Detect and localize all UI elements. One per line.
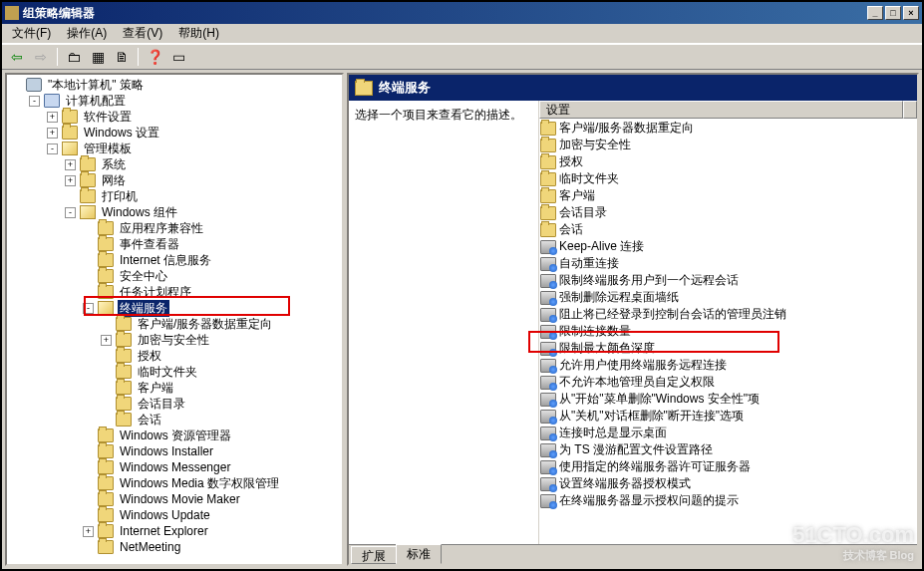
list-item[interactable]: 限制最大颜色深度 bbox=[540, 340, 916, 357]
list-item-label: 阻止将已经登录到控制台会话的管理员注销 bbox=[559, 306, 786, 323]
tree-item[interactable]: +加密与安全性 bbox=[101, 332, 340, 348]
settings-list[interactable]: 客户端/服务器数据重定向加密与安全性授权临时文件夹客户端会话目录会话Keep-A… bbox=[539, 119, 917, 544]
list-item[interactable]: 限制终端服务用户到一个远程会话 bbox=[540, 272, 916, 289]
tree-item[interactable]: Windows Installer bbox=[83, 443, 340, 459]
folder-icon bbox=[80, 173, 96, 187]
list-item[interactable]: 强制删除远程桌面墙纸 bbox=[540, 289, 916, 306]
root-icon bbox=[26, 78, 42, 92]
folder-icon bbox=[540, 155, 556, 169]
list-item-label: 自动重连接 bbox=[559, 255, 619, 272]
list-item[interactable]: 在终端服务器显示授权问题的提示 bbox=[540, 492, 916, 509]
tree-item[interactable]: Windows Movie Maker bbox=[83, 491, 340, 507]
tree-windows-settings[interactable]: +Windows 设置 bbox=[47, 125, 340, 141]
list-item[interactable]: 会话目录 bbox=[540, 204, 916, 221]
tree-item[interactable]: 任务计划程序 bbox=[83, 284, 340, 300]
list-item[interactable]: 自动重连接 bbox=[540, 255, 916, 272]
maximize-button[interactable]: □ bbox=[885, 6, 901, 20]
collapse-icon[interactable]: - bbox=[29, 96, 40, 107]
list-item[interactable]: 不允许本地管理员自定义权限 bbox=[540, 374, 916, 391]
expand-icon[interactable]: + bbox=[83, 526, 94, 537]
tree-root[interactable]: "本地计算机" 策略 bbox=[11, 77, 340, 93]
tree-item[interactable]: 事件查看器 bbox=[83, 236, 340, 252]
folder-icon bbox=[116, 333, 132, 347]
up-button[interactable]: 🗀 bbox=[63, 46, 85, 68]
tree-item[interactable]: 会话 bbox=[101, 412, 340, 428]
details-body: 选择一个项目来查看它的描述。 设置 客户端/服务器数据重定向加密与安全性授权临时… bbox=[349, 101, 917, 544]
tree-item[interactable]: +Internet Explorer bbox=[83, 523, 340, 539]
tree-system[interactable]: +系统 bbox=[65, 156, 340, 172]
list-item[interactable]: 从"关机"对话框删除"断开连接"选项 bbox=[540, 408, 916, 425]
list-item[interactable]: 限制连接数量 bbox=[540, 323, 916, 340]
list-item[interactable]: 允许用户使用终端服务远程连接 bbox=[540, 357, 916, 374]
tree-item[interactable]: 授权 bbox=[101, 348, 340, 364]
nav-forward-button[interactable]: ⇨ bbox=[30, 46, 52, 68]
folder-icon bbox=[98, 540, 114, 554]
close-button[interactable]: × bbox=[903, 6, 919, 20]
tree-computer-config[interactable]: -计算机配置 bbox=[29, 93, 340, 109]
show-hide-tree-button[interactable]: ▦ bbox=[87, 46, 109, 68]
tree-item[interactable]: 会话目录 bbox=[101, 396, 340, 412]
tree-printers[interactable]: 打印机 bbox=[65, 188, 340, 204]
tree-item[interactable]: 临时文件夹 bbox=[101, 364, 340, 380]
column-header-setting[interactable]: 设置 bbox=[539, 101, 903, 119]
tree-item[interactable]: Windows Update bbox=[83, 507, 340, 523]
menu-help[interactable]: 帮助(H) bbox=[170, 23, 227, 44]
list-item-label: 临时文件夹 bbox=[559, 170, 619, 187]
help-button[interactable]: ❓ bbox=[144, 46, 165, 68]
list-item-label: 客户端 bbox=[559, 187, 595, 204]
expand-icon[interactable]: + bbox=[65, 159, 76, 170]
tab-standard[interactable]: 标准 bbox=[396, 544, 442, 564]
menu-file[interactable]: 文件(F) bbox=[4, 23, 59, 44]
tree-admin-templates[interactable]: -管理模板 bbox=[47, 141, 340, 156]
tree-item[interactable]: 应用程序兼容性 bbox=[83, 220, 340, 236]
tree-item[interactable]: 客户端/服务器数据重定向 bbox=[101, 316, 340, 332]
expand-icon[interactable]: + bbox=[47, 112, 58, 123]
tree-item[interactable]: 安全中心 bbox=[83, 268, 340, 284]
list-item[interactable]: 会话 bbox=[540, 221, 916, 238]
list-item[interactable]: 使用指定的终端服务器许可证服务器 bbox=[540, 458, 916, 475]
policy-tree: "本地计算机" 策略 -计算机配置 +软件设置 +Windows 设置 -管理模… bbox=[9, 77, 340, 555]
list-item[interactable]: 授权 bbox=[540, 153, 916, 170]
list-item-label: 授权 bbox=[559, 153, 583, 170]
list-item[interactable]: 临时文件夹 bbox=[540, 170, 916, 187]
tree-network[interactable]: +网络 bbox=[65, 172, 340, 188]
collapse-icon[interactable]: - bbox=[47, 143, 58, 154]
expand-icon[interactable]: + bbox=[101, 335, 112, 346]
list-item[interactable]: 客户端/服务器数据重定向 bbox=[540, 120, 916, 137]
list-item[interactable]: Keep-Alive 连接 bbox=[540, 238, 916, 255]
list-item[interactable]: 加密与安全性 bbox=[540, 137, 916, 153]
list-item[interactable]: 连接时总是显示桌面 bbox=[540, 425, 916, 441]
properties-button[interactable]: ▭ bbox=[167, 46, 189, 68]
minimize-button[interactable]: _ bbox=[867, 6, 883, 20]
tree-item[interactable]: Windows Messenger bbox=[83, 459, 340, 475]
export-button[interactable]: 🗎 bbox=[111, 46, 133, 68]
list-item-label: 在终端服务器显示授权问题的提示 bbox=[559, 492, 739, 509]
collapse-icon[interactable]: - bbox=[65, 207, 76, 218]
collapse-icon[interactable]: - bbox=[83, 303, 94, 314]
policy-setting-icon bbox=[540, 325, 556, 339]
tree-item[interactable]: Windows 资源管理器 bbox=[83, 428, 340, 443]
list-item[interactable]: 客户端 bbox=[540, 187, 916, 204]
tree-item[interactable]: 客户端 bbox=[101, 380, 340, 396]
list-item[interactable]: 为 TS 漫游配置文件设置路径 bbox=[540, 441, 916, 458]
tree-windows-components[interactable]: -Windows 组件 bbox=[65, 204, 340, 220]
menu-view[interactable]: 查看(V) bbox=[115, 23, 170, 44]
nav-back-button[interactable]: ⇦ bbox=[6, 46, 28, 68]
expand-icon[interactable]: + bbox=[65, 175, 76, 186]
expand-icon[interactable]: + bbox=[47, 128, 58, 139]
list-item[interactable]: 设置终端服务器授权模式 bbox=[540, 475, 916, 492]
folder-icon bbox=[62, 110, 78, 124]
tree-software-settings[interactable]: +软件设置 bbox=[47, 109, 340, 125]
tree-panel[interactable]: "本地计算机" 策略 -计算机配置 +软件设置 +Windows 设置 -管理模… bbox=[5, 73, 344, 566]
folder-icon bbox=[98, 428, 114, 442]
tree-item[interactable]: Internet 信息服务 bbox=[83, 252, 340, 268]
menu-action[interactable]: 操作(A) bbox=[59, 23, 115, 44]
settings-column: 设置 客户端/服务器数据重定向加密与安全性授权临时文件夹客户端会话目录会话Kee… bbox=[538, 101, 917, 544]
tab-extended[interactable]: 扩展 bbox=[351, 546, 397, 564]
list-item[interactable]: 阻止将已经登录到控制台会话的管理员注销 bbox=[540, 306, 916, 323]
list-item-label: 允许用户使用终端服务远程连接 bbox=[559, 357, 727, 374]
tree-terminal-services[interactable]: -终端服务 bbox=[83, 300, 340, 316]
tree-item[interactable]: Windows Media 数字权限管理 bbox=[83, 475, 340, 491]
tree-item[interactable]: NetMeeting bbox=[83, 539, 340, 555]
list-item[interactable]: 从"开始"菜单删除"Windows 安全性"项 bbox=[540, 391, 916, 408]
